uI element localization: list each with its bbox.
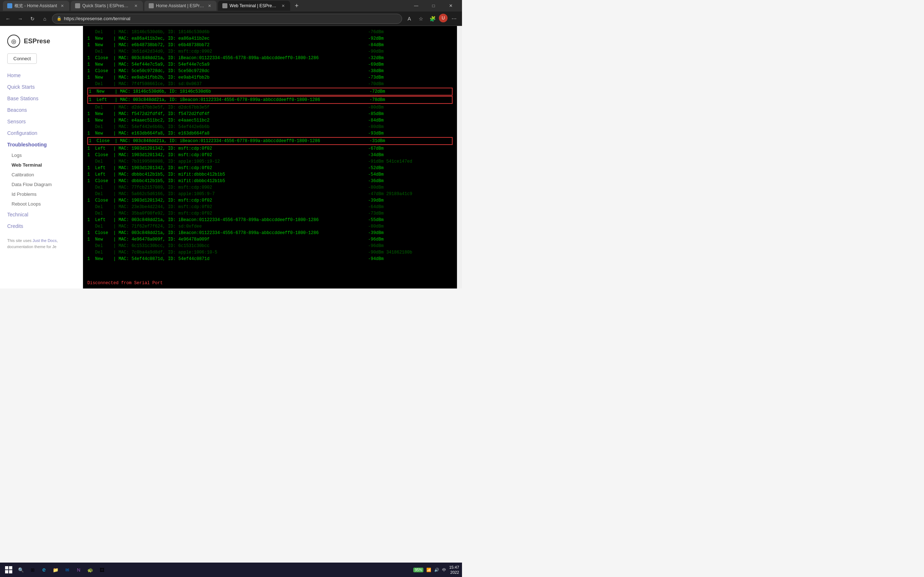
extensions-icon[interactable]: 🧩 — [427, 14, 438, 24]
terminal-line: 1 Left | MAC: 1903d1201342, ID: msft:cdp… — [87, 145, 452, 152]
forward-button[interactable]: → — [15, 14, 25, 24]
terminal-line: Del | MAC: 18146c530d6b, ID: 18146c530d6… — [87, 29, 452, 35]
terminal-line: 1 Left | MAC: dbbbc412b1b5, ID: mifit:db… — [87, 171, 452, 178]
tab-web-terminal[interactable]: Web Terminal | ESPresense ✕ — [218, 1, 290, 11]
terminal-line: Del | MAC: 77fcb2157089, ID: msft:cdp:09… — [87, 184, 452, 191]
terminal-line: Del | MAC: 71f62ef7f624, ID: sd:0xfdee -… — [87, 223, 452, 230]
terminal-line: 1 Close | MAC: 003c848dd21a, ID: iBeacon… — [87, 55, 452, 61]
connect-button[interactable]: Connect — [7, 53, 37, 64]
terminal-line: Del | MAC: 23e3be4d2244, ID: msft:cdp:0f… — [87, 204, 452, 210]
home-button[interactable]: ⌂ — [40, 14, 50, 24]
sidebar-item-technical[interactable]: Technical — [0, 209, 82, 220]
url-text: https://espresense.com/terminal — [64, 16, 130, 21]
sidebar-subitem-id-problems[interactable]: Id Problems — [0, 189, 82, 199]
address-bar[interactable]: 🔒 https://espresense.com/terminal — [52, 14, 402, 24]
lock-icon: 🔒 — [57, 16, 62, 21]
back-button[interactable]: ← — [3, 14, 13, 24]
terminal-line: 1 New | MAC: 18146c530d6b, ID: 18146c530… — [87, 88, 452, 95]
browser-chrome: 概览 - Home Assistant ✕ Quick Starts | ESP… — [0, 0, 462, 26]
sidebar-item-troubleshooting[interactable]: Troubleshooting — [0, 139, 82, 150]
terminal-line: Del | MAC: 5a662c5d6166, ID: apple:1005:… — [87, 191, 452, 197]
disconnected-message: Disconnected from Serial Port — [83, 279, 457, 288]
terminal-line: 1 Close | MAC: 1903d1201342, ID: msft:cd… — [87, 152, 452, 158]
profile-icon[interactable]: U — [439, 14, 447, 23]
nav-bar: ← → ↻ ⌂ 🔒 https://espresense.com/termina… — [0, 11, 462, 26]
sidebar-item-credits[interactable]: Credits — [0, 220, 82, 232]
sidebar-subitem-data-flow[interactable]: Data Flow Diagram — [0, 180, 82, 189]
terminal-line: 1 Close | MAC: 003c848dd21a, ID: iBeacon… — [87, 230, 452, 236]
favorites-icon[interactable]: ☆ — [416, 14, 426, 24]
sidebar-item-base-stations[interactable]: Base Stations — [0, 93, 82, 104]
tab-favicon — [149, 3, 154, 8]
sidebar-subitem-calibration[interactable]: Calibration — [0, 170, 82, 180]
title-bar: 概览 - Home Assistant ✕ Quick Starts | ESP… — [0, 0, 462, 11]
tab-favicon — [75, 3, 80, 8]
logo-text: ESPrese — [24, 37, 50, 45]
menu-icon[interactable]: ⋯ — [449, 14, 459, 24]
terminal-line: 1 New | MAC: e163db664fa8, ID: e163db664… — [87, 130, 452, 137]
terminal-line: 1 Left | MAC: 003c848dd21a, ID: iBeacon:… — [87, 217, 452, 223]
terminal-line: 1 Close | MAC: 003c848dd21a, ID: iBeacon… — [87, 137, 452, 145]
terminal-line: Del | MAC: 7b3199508808, ID: apple:1005:… — [87, 158, 452, 165]
terminal-line: 1 New | MAC: e6b48738bb72, ID: e6b48738b… — [87, 42, 452, 48]
sidebar-item-home[interactable]: Home — [0, 69, 82, 81]
terminal-line: Del | MAC: 54ef442e6b6b, ID: 54ef442e6b6… — [87, 124, 452, 130]
terminal-line: 1 Close | MAC: dbbbc412b1b5, ID: mifit:d… — [87, 178, 452, 184]
sidebar-subitem-web-terminal[interactable]: Web Terminal — [0, 160, 82, 170]
translate-icon[interactable]: A — [404, 14, 414, 24]
tab-home-assistant[interactable]: 概览 - Home Assistant ✕ — [3, 1, 69, 11]
sidebar-item-sensors[interactable]: Sensors — [0, 116, 82, 127]
terminal-line: 1 Left | MAC: 003c848dd21a, ID: iBeacon:… — [87, 96, 452, 104]
terminal-line: 1 New | MAC: ea86a411b2ec, ID: ea86a411b… — [87, 35, 452, 42]
terminal-line: 1 New | MAC: e4aaec511bc2, ID: e4aaec511… — [87, 117, 452, 124]
terminal[interactable]: Del | MAC: 18146c530d6b, ID: 18146c530d6… — [83, 26, 457, 279]
terminal-line: 1 New | MAC: 54ef44c0871d, ID: 54ef44c08… — [87, 256, 452, 262]
sidebar: ◎ ESPrese Connect Home Quick Starts Base… — [0, 26, 83, 288]
page: ◎ ESPrese Connect Home Quick Starts Base… — [0, 26, 462, 288]
terminal-line: Del | MAC: 7f4f59866Ice, ID: sd:0x0637 -… — [87, 81, 452, 87]
tab-home-assistant-esp[interactable]: Home Assistant | ESPresense ✕ — [144, 1, 216, 11]
tab-favicon — [7, 3, 12, 8]
sidebar-logo: ◎ ESPrese — [0, 32, 82, 53]
new-tab-button[interactable]: + — [292, 1, 302, 11]
terminal-line: Del | MAC: 6c1531c30bcc, ID: 6c1531c30bc… — [87, 243, 452, 249]
tab-favicon — [222, 3, 228, 8]
terminal-line: 1 New | MAC: ee9ab41fbb2b, ID: ee9ab41fb… — [87, 74, 452, 81]
sidebar-subitem-logs[interactable]: Logs — [0, 150, 82, 160]
minimize-button[interactable]: — — [408, 0, 425, 11]
maximize-button[interactable]: □ — [425, 0, 442, 11]
sidebar-subitem-reboot-loops[interactable]: Reboot Loops — [0, 199, 82, 209]
terminal-container: Del | MAC: 18146c530d6b, ID: 18146c530d6… — [83, 26, 457, 288]
sidebar-footer: This site uses Just the Docs, documentat… — [0, 232, 82, 255]
terminal-line: Del | MAC: 7c0ba4a9d8df, ID: apple:1006:… — [87, 249, 452, 256]
sidebar-item-configuration[interactable]: Configuration — [0, 127, 82, 139]
page-scrollbar[interactable] — [457, 26, 462, 288]
logo-circle: ◎ — [7, 35, 20, 48]
footer-link[interactable]: Just the Docs — [32, 239, 57, 243]
close-button[interactable]: ✕ — [443, 0, 459, 11]
refresh-button[interactable]: ↻ — [27, 14, 37, 24]
terminal-line: 1 Close | MAC: 5ce50c9728dc, ID: 5ce50c9… — [87, 68, 452, 74]
tab-quick-starts[interactable]: Quick Starts | ESPresense ✕ — [71, 1, 143, 11]
terminal-line: 1 New | MAC: 54ef44e7c5a9, ID: 54ef44e7c… — [87, 61, 452, 68]
terminal-line: 1 Close | MAC: 1903d1201342, ID: msft:cd… — [87, 197, 452, 204]
terminal-line: 1 New | MAC: 4e96478a009f, ID: 4e96478a0… — [87, 236, 452, 243]
terminal-line: Del | MAC: 35ba0f08fe92, ID: msft:cdp:0f… — [87, 210, 452, 217]
sidebar-item-quick-starts[interactable]: Quick Starts — [0, 81, 82, 93]
terminal-line: Del | MAC: 3b51d42d34d0, ID: msft:cdp:09… — [87, 48, 452, 55]
terminal-line: 1 Left | MAC: 1903d1201342, ID: msft:cdp… — [87, 165, 452, 171]
sidebar-item-beacons[interactable]: Beacons — [0, 104, 82, 116]
terminal-line: Del | MAC: d2dc67bb3e5f, ID: d2dc67bb3e5… — [87, 104, 452, 111]
terminal-line: 1 New | MAC: f5472d2fdf4f, ID: f5472d2fd… — [87, 111, 452, 117]
